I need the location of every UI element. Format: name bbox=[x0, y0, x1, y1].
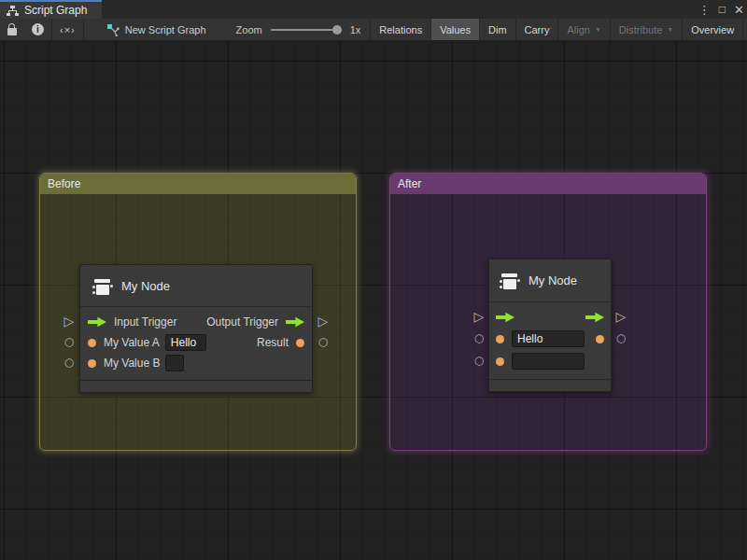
button-overview[interactable]: Overview bbox=[683, 19, 742, 40]
toggle-values-label: Values bbox=[440, 24, 471, 35]
tab-title: Script Graph bbox=[24, 4, 87, 17]
ext-value-b-port[interactable]: ○ bbox=[62, 355, 77, 370]
group-after-header[interactable]: After bbox=[390, 174, 706, 194]
port-row-value-a: My Value A Hello Result bbox=[80, 332, 312, 353]
toggle-relations-label: Relations bbox=[379, 24, 422, 35]
zoom-value: 1x bbox=[350, 24, 361, 35]
info-icon: i bbox=[32, 23, 44, 35]
ext-result-port[interactable]: ○ bbox=[613, 330, 628, 345]
port-row-value-b bbox=[489, 350, 611, 372]
lock-icon bbox=[7, 28, 17, 35]
maximize-icon[interactable]: □ bbox=[719, 4, 726, 15]
toggle-values[interactable]: Values bbox=[431, 19, 479, 40]
code-view-button[interactable]: ‹×› bbox=[52, 19, 83, 40]
node-footer bbox=[80, 380, 312, 392]
toggle-carry[interactable]: Carry bbox=[516, 19, 558, 40]
value-a-port-icon[interactable] bbox=[496, 335, 504, 343]
button-full-screen[interactable]: Full Scr bbox=[743, 19, 747, 40]
chevron-down-icon: ▼ bbox=[595, 26, 601, 33]
toggle-dim-label: Dim bbox=[488, 24, 507, 35]
node-body: Input Trigger Output Trigger My Value A … bbox=[80, 307, 312, 377]
dropdown-align: Align ▼ bbox=[558, 19, 609, 40]
value-a-label: My Value A bbox=[104, 336, 160, 349]
tab-bar: Script Graph ⋮ □ ✕ bbox=[0, 0, 747, 19]
graph-canvas[interactable]: Before After My Node Input Trigger bbox=[0, 40, 747, 560]
graph-asset-button[interactable]: New Script Graph bbox=[97, 19, 216, 40]
script-graph-window: Script Graph ⋮ □ ✕ i ‹×› New Script G bbox=[0, 0, 747, 560]
result-port-icon[interactable] bbox=[596, 335, 604, 343]
button-overview-label: Overview bbox=[691, 24, 734, 35]
port-row-triggers: Input Trigger Output Trigger bbox=[80, 312, 312, 332]
node-after-my-node[interactable]: My Node Hello bbox=[488, 259, 612, 392]
value-b-input[interactable] bbox=[512, 353, 585, 370]
group-before-header[interactable]: Before bbox=[40, 174, 356, 194]
info-button[interactable]: i bbox=[24, 19, 51, 40]
window-menu-icon[interactable]: ⋮ bbox=[698, 4, 711, 16]
close-icon[interactable]: ✕ bbox=[734, 4, 744, 16]
toggle-carry-label: Carry bbox=[525, 24, 550, 35]
script-graph-asset-icon bbox=[106, 23, 120, 36]
node-header[interactable]: My Node bbox=[489, 259, 611, 302]
port-row-triggers bbox=[489, 307, 611, 328]
lock-button[interactable] bbox=[0, 19, 24, 40]
result-label: Result bbox=[257, 336, 289, 349]
input-trigger-port-icon[interactable] bbox=[88, 316, 106, 328]
ext-result-port[interactable]: ○ bbox=[316, 334, 331, 349]
output-trigger-port-icon[interactable] bbox=[585, 312, 604, 323]
group-after-title: After bbox=[398, 177, 421, 190]
ext-input-trigger-port[interactable]: ▷ bbox=[472, 309, 486, 324]
value-a-port-icon[interactable] bbox=[88, 339, 96, 347]
dropdown-distribute: Distribute ▼ bbox=[611, 19, 682, 40]
toolbar-separator bbox=[83, 19, 84, 40]
ext-input-trigger-port[interactable]: ▷ bbox=[62, 314, 77, 329]
value-b-port-icon[interactable] bbox=[496, 357, 504, 366]
dropdown-distribute-label: Distribute bbox=[619, 24, 662, 35]
zoom-slider-handle[interactable] bbox=[332, 25, 342, 35]
unit-node-icon bbox=[92, 275, 113, 297]
value-a-input[interactable]: Hello bbox=[165, 334, 206, 351]
toggle-dim[interactable]: Dim bbox=[480, 19, 515, 40]
chevron-down-icon: ▼ bbox=[667, 26, 673, 33]
code-view-icon: ‹×› bbox=[60, 24, 76, 35]
zoom-slider[interactable] bbox=[271, 29, 342, 31]
ext-output-trigger-port[interactable]: ▷ bbox=[316, 314, 331, 329]
toggle-relations[interactable]: Relations bbox=[371, 19, 430, 40]
group-before-title: Before bbox=[48, 177, 80, 190]
node-before-my-node[interactable]: My Node Input Trigger Output Trigger My … bbox=[79, 264, 313, 393]
ext-value-a-port[interactable]: ○ bbox=[472, 330, 486, 345]
port-row-value-b: My Value B bbox=[80, 353, 312, 373]
input-trigger-label: Input Trigger bbox=[114, 315, 176, 329]
value-b-port-icon[interactable] bbox=[88, 359, 96, 368]
zoom-label: Zoom bbox=[236, 24, 262, 35]
node-body: Hello bbox=[489, 302, 611, 376]
window-controls: ⋮ □ ✕ bbox=[698, 0, 744, 19]
output-trigger-label: Output Trigger bbox=[206, 315, 278, 329]
graph-hierarchy-icon bbox=[7, 6, 19, 16]
node-title: My Node bbox=[529, 273, 577, 287]
unit-node-icon bbox=[499, 270, 520, 291]
toolbar: i ‹×› New Script Graph Zoom 1x Relations bbox=[0, 19, 747, 41]
zoom-control: Zoom 1x bbox=[236, 19, 371, 40]
ext-output-trigger-port[interactable]: ▷ bbox=[613, 309, 628, 324]
result-port-icon[interactable] bbox=[296, 339, 304, 347]
node-title: My Node bbox=[121, 279, 170, 293]
node-header[interactable]: My Node bbox=[80, 265, 312, 307]
output-trigger-port-icon[interactable] bbox=[286, 316, 304, 328]
value-b-label: My Value B bbox=[104, 357, 160, 370]
ext-value-a-port[interactable]: ○ bbox=[62, 334, 77, 349]
ext-value-b-port[interactable]: ○ bbox=[472, 353, 486, 368]
dropdown-align-label: Align bbox=[567, 24, 589, 35]
port-row-value-a: Hello bbox=[489, 328, 611, 350]
graph-asset-name: New Script Graph bbox=[125, 24, 206, 35]
value-b-input[interactable] bbox=[165, 355, 184, 371]
input-trigger-port-icon[interactable] bbox=[496, 312, 514, 323]
tab-script-graph[interactable]: Script Graph bbox=[0, 0, 102, 19]
value-a-input[interactable]: Hello bbox=[512, 330, 585, 347]
node-footer bbox=[489, 379, 611, 391]
